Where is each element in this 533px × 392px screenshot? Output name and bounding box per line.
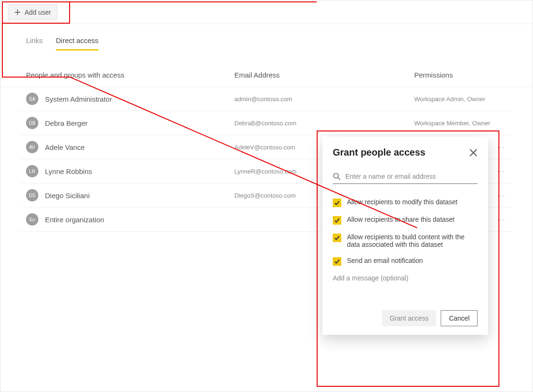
more-menu[interactable]: ··· <box>496 216 507 223</box>
toolbar: Add user <box>0 0 533 24</box>
tab-links[interactable]: Links <box>26 36 43 51</box>
avatar: Eo <box>26 213 38 226</box>
check-icon <box>334 235 340 241</box>
checkbox-send-notification[interactable] <box>333 257 341 266</box>
option-send-notification: Send an email notification <box>333 257 478 266</box>
plus-icon <box>14 9 21 16</box>
column-header-email: Email Address <box>234 71 414 79</box>
recipient-search-row <box>333 172 478 184</box>
row-identity: DB Debra Berger <box>26 117 234 129</box>
table-row: DB Debra Berger DebraB@contoso.com Works… <box>20 111 513 135</box>
search-icon <box>333 172 340 181</box>
page: Add user Links Direct access People and … <box>0 0 533 392</box>
tab-direct-access[interactable]: Direct access <box>56 36 98 51</box>
row-identity: AV Adele Vance <box>26 141 234 153</box>
add-user-button[interactable]: Add user <box>8 4 57 20</box>
more-menu[interactable]: ··· <box>496 143 507 151</box>
grant-access-dialog: Grant people access Allow recipients to … <box>322 137 488 335</box>
table-header: People and groups with access Email Addr… <box>0 51 533 87</box>
avatar: DS <box>26 189 38 201</box>
option-send-notification-label: Send an email notification <box>347 257 423 264</box>
message-input[interactable]: Add a message (optional) <box>333 274 478 282</box>
row-name: Diego Siciliani <box>45 192 89 200</box>
check-icon <box>334 218 340 223</box>
avatar: LR <box>26 165 38 177</box>
checkbox-allow-build[interactable] <box>333 234 341 242</box>
row-name: System Administrator <box>45 95 112 103</box>
option-allow-share-label: Allow recipients to share this dataset <box>347 216 454 223</box>
avatar: DB <box>26 117 38 129</box>
option-allow-build: Allow recipients to build content with t… <box>333 233 478 248</box>
check-icon <box>334 200 340 206</box>
row-permission: Workspace Member, Owner <box>414 120 496 127</box>
row-email: admin@contoso.com <box>234 96 414 103</box>
grant-access-button[interactable]: Grant access <box>382 310 436 326</box>
checkbox-allow-share[interactable] <box>333 216 341 225</box>
row-identity: LR Lynne Robbins <box>26 165 234 177</box>
option-allow-build-label: Allow recipients to build content with t… <box>347 233 478 248</box>
dialog-title: Grant people access <box>333 147 426 158</box>
row-email: DebraB@contoso.com <box>234 120 414 127</box>
more-menu[interactable]: ··· <box>496 167 507 175</box>
row-identity: DS Diego Siciliani <box>26 189 234 201</box>
table-row: SA System Administrator admin@contoso.co… <box>20 87 513 111</box>
row-name: Lynne Robbins <box>45 167 92 175</box>
row-permission: Workspace Admin, Owner <box>414 96 496 103</box>
check-icon <box>334 259 340 264</box>
option-allow-share: Allow recipients to share this dataset <box>333 216 478 225</box>
dialog-buttons: Grant access Cancel <box>333 310 478 326</box>
close-icon[interactable] <box>469 148 478 157</box>
row-name: Entire organization <box>45 216 104 224</box>
cancel-button[interactable]: Cancel <box>441 310 478 326</box>
row-name: Adele Vance <box>45 143 85 151</box>
column-header-people: People and groups with access <box>26 71 234 79</box>
recipient-search-input[interactable] <box>345 173 478 180</box>
checkbox-allow-modify[interactable] <box>333 199 341 207</box>
svg-point-0 <box>334 174 338 178</box>
option-allow-modify-label: Allow recipients to modify this dataset <box>347 198 457 206</box>
avatar: SA <box>26 93 38 105</box>
avatar: AV <box>26 141 38 153</box>
row-identity: Eo Entire organization <box>26 213 234 226</box>
more-menu[interactable]: ··· <box>496 192 507 199</box>
row-identity: SA System Administrator <box>26 93 234 105</box>
add-user-label: Add user <box>25 9 51 16</box>
dialog-header: Grant people access <box>333 147 478 158</box>
row-name: Debra Berger <box>45 119 88 127</box>
option-allow-modify: Allow recipients to modify this dataset <box>333 198 478 207</box>
tabs: Links Direct access <box>0 36 533 51</box>
column-header-permissions: Permissions <box>414 71 507 79</box>
